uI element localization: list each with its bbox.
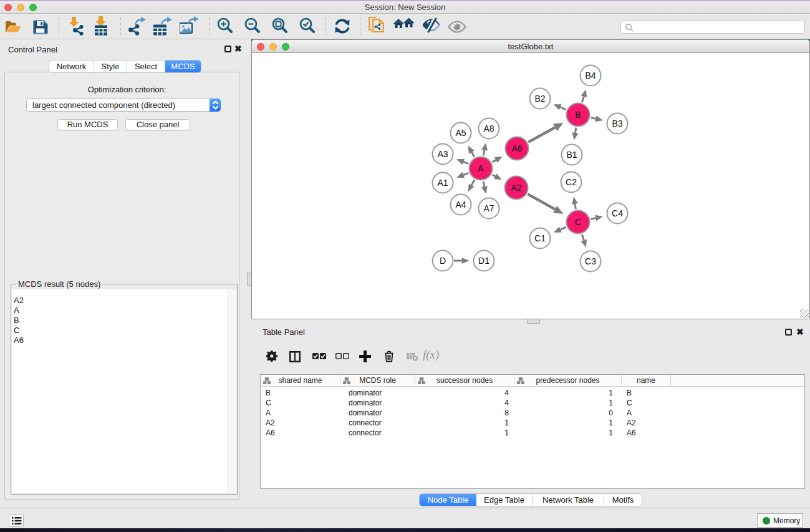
svg-text:B4: B4 — [585, 70, 595, 80]
svg-text:B1: B1 — [566, 150, 577, 160]
svg-text:A: A — [478, 163, 484, 173]
svg-text:A1: A1 — [437, 178, 448, 188]
svg-text:A6: A6 — [511, 143, 522, 153]
svg-text:A4: A4 — [455, 200, 466, 210]
svg-text:A8: A8 — [483, 123, 494, 133]
svg-text:C4: C4 — [612, 208, 623, 218]
svg-text:C: C — [575, 217, 581, 227]
svg-text:A5: A5 — [455, 128, 466, 138]
svg-text:A3: A3 — [437, 149, 448, 159]
svg-text:A2: A2 — [511, 183, 521, 193]
svg-text:C3: C3 — [585, 256, 596, 266]
svg-text:B: B — [575, 110, 581, 120]
svg-text:C1: C1 — [534, 233, 546, 243]
svg-text:B3: B3 — [612, 118, 622, 128]
svg-text:B2: B2 — [534, 94, 545, 104]
svg-text:D: D — [440, 256, 446, 266]
svg-text:C2: C2 — [566, 177, 577, 187]
svg-text:D1: D1 — [478, 256, 489, 266]
svg-text:A7: A7 — [483, 203, 494, 213]
